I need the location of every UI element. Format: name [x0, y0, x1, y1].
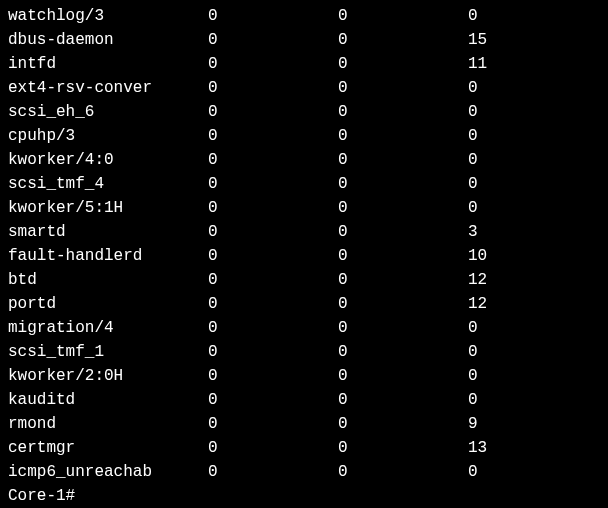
process-col-2: 0 — [338, 100, 468, 124]
process-row: fault-handlerd0010 — [8, 244, 600, 268]
process-name: kworker/5:1H — [8, 196, 208, 220]
shell-prompt[interactable]: Core-1# — [8, 484, 600, 508]
process-col-3: 0 — [468, 124, 598, 148]
process-row: kworker/5:1H000 — [8, 196, 600, 220]
process-col-1: 0 — [208, 316, 338, 340]
process-col-1: 0 — [208, 292, 338, 316]
process-name: portd — [8, 292, 208, 316]
process-row: watchlog/3000 — [8, 4, 600, 28]
process-row: rmond009 — [8, 412, 600, 436]
process-col-2: 0 — [338, 316, 468, 340]
process-col-2: 0 — [338, 388, 468, 412]
process-col-2: 0 — [338, 460, 468, 484]
process-col-3: 0 — [468, 460, 598, 484]
process-col-1: 0 — [208, 340, 338, 364]
process-col-2: 0 — [338, 244, 468, 268]
process-row: certmgr0013 — [8, 436, 600, 460]
process-col-3: 0 — [468, 148, 598, 172]
process-col-3: 3 — [468, 220, 598, 244]
process-row: ext4-rsv-conver000 — [8, 76, 600, 100]
process-row: intfd0011 — [8, 52, 600, 76]
process-col-3: 0 — [468, 388, 598, 412]
process-col-3: 9 — [468, 412, 598, 436]
process-row: scsi_tmf_1000 — [8, 340, 600, 364]
process-col-2: 0 — [338, 220, 468, 244]
process-name: watchlog/3 — [8, 4, 208, 28]
process-row: dbus-daemon0015 — [8, 28, 600, 52]
process-col-1: 0 — [208, 220, 338, 244]
process-col-1: 0 — [208, 196, 338, 220]
process-col-1: 0 — [208, 244, 338, 268]
process-col-3: 0 — [468, 316, 598, 340]
process-name: kworker/2:0H — [8, 364, 208, 388]
process-col-2: 0 — [338, 124, 468, 148]
process-col-1: 0 — [208, 364, 338, 388]
process-col-1: 0 — [208, 4, 338, 28]
process-row: kauditd000 — [8, 388, 600, 412]
process-col-1: 0 — [208, 268, 338, 292]
process-col-2: 0 — [338, 28, 468, 52]
process-col-1: 0 — [208, 148, 338, 172]
process-col-1: 0 — [208, 436, 338, 460]
process-col-1: 0 — [208, 412, 338, 436]
process-col-2: 0 — [338, 148, 468, 172]
process-row: migration/4000 — [8, 316, 600, 340]
process-name: icmp6_unreachab — [8, 460, 208, 484]
process-col-3: 12 — [468, 292, 598, 316]
process-col-1: 0 — [208, 172, 338, 196]
process-row: scsi_tmf_4000 — [8, 172, 600, 196]
process-row: btd0012 — [8, 268, 600, 292]
process-row: smartd003 — [8, 220, 600, 244]
process-name: smartd — [8, 220, 208, 244]
process-name: rmond — [8, 412, 208, 436]
process-col-1: 0 — [208, 100, 338, 124]
process-row: cpuhp/3000 — [8, 124, 600, 148]
process-col-1: 0 — [208, 388, 338, 412]
process-name: kauditd — [8, 388, 208, 412]
process-col-2: 0 — [338, 340, 468, 364]
process-col-3: 13 — [468, 436, 598, 460]
process-col-3: 15 — [468, 28, 598, 52]
process-col-1: 0 — [208, 28, 338, 52]
process-col-3: 0 — [468, 196, 598, 220]
process-col-3: 10 — [468, 244, 598, 268]
process-name: kworker/4:0 — [8, 148, 208, 172]
process-col-3: 0 — [468, 172, 598, 196]
process-col-3: 11 — [468, 52, 598, 76]
process-col-2: 0 — [338, 196, 468, 220]
process-col-3: 0 — [468, 340, 598, 364]
process-name: dbus-daemon — [8, 28, 208, 52]
process-col-1: 0 — [208, 76, 338, 100]
process-name: intfd — [8, 52, 208, 76]
process-name: btd — [8, 268, 208, 292]
process-name: scsi_tmf_4 — [8, 172, 208, 196]
process-name: cpuhp/3 — [8, 124, 208, 148]
process-row: icmp6_unreachab000 — [8, 460, 600, 484]
process-col-2: 0 — [338, 4, 468, 28]
process-col-3: 12 — [468, 268, 598, 292]
process-name: certmgr — [8, 436, 208, 460]
process-name: scsi_eh_6 — [8, 100, 208, 124]
process-col-2: 0 — [338, 172, 468, 196]
process-col-2: 0 — [338, 52, 468, 76]
process-name: scsi_tmf_1 — [8, 340, 208, 364]
process-row: kworker/2:0H000 — [8, 364, 600, 388]
process-col-2: 0 — [338, 436, 468, 460]
process-col-1: 0 — [208, 52, 338, 76]
process-col-1: 0 — [208, 124, 338, 148]
process-col-2: 0 — [338, 412, 468, 436]
process-col-3: 0 — [468, 4, 598, 28]
process-col-3: 0 — [468, 100, 598, 124]
process-col-2: 0 — [338, 268, 468, 292]
process-col-3: 0 — [468, 364, 598, 388]
process-name: fault-handlerd — [8, 244, 208, 268]
process-row: scsi_eh_6000 — [8, 100, 600, 124]
process-col-1: 0 — [208, 460, 338, 484]
process-col-2: 0 — [338, 76, 468, 100]
process-row: kworker/4:0000 — [8, 148, 600, 172]
process-name: migration/4 — [8, 316, 208, 340]
process-col-2: 0 — [338, 364, 468, 388]
process-name: ext4-rsv-conver — [8, 76, 208, 100]
process-col-2: 0 — [338, 292, 468, 316]
terminal-output: watchlog/3000dbus-daemon0015intfd0011ext… — [8, 4, 600, 484]
